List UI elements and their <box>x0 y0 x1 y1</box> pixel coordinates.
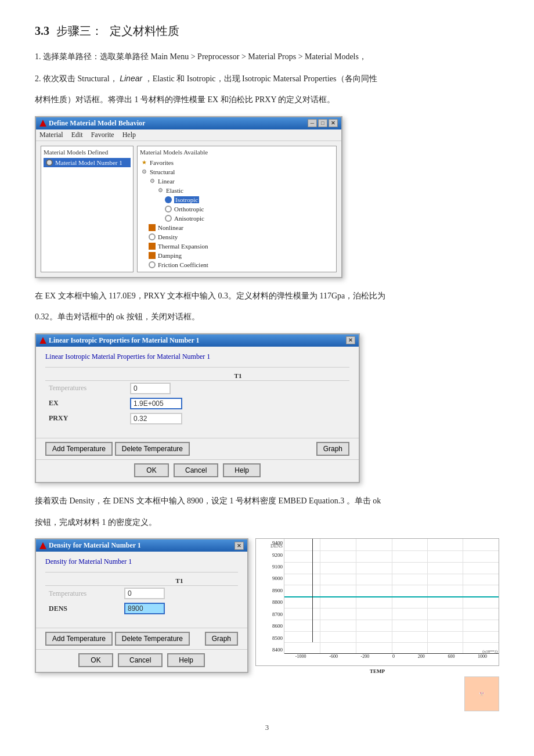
linear-icon: ⚙ <box>148 177 156 185</box>
menu-edit[interactable]: Edit <box>71 131 83 139</box>
graph-y-labels: 9400 9200 9100 9000 8900 8800 8700 8600 … <box>256 539 284 654</box>
page-number: 3 <box>35 723 499 732</box>
lip-temp-row: Temperatures <box>45 380 349 396</box>
lip-close-button[interactable]: ✕ <box>346 336 355 344</box>
graph-y-axis-label: DENS <box>256 543 284 549</box>
lip-add-temp-button[interactable]: Add Temperature <box>45 442 113 456</box>
lip-subtitle: Linear Isotropic Material Properties for… <box>45 352 349 361</box>
damping-icon <box>148 251 156 260</box>
graph-data-line <box>284 596 499 597</box>
density-sep <box>45 572 238 573</box>
density-temp-label: Temperatures <box>45 586 121 602</box>
density-ok-button[interactable]: OK <box>78 653 113 667</box>
tree-item-thermal[interactable]: Thermal Expansion <box>140 242 334 251</box>
density-help-button[interactable]: Help <box>167 653 205 667</box>
graph-scale-note: (x10**1) <box>482 649 497 654</box>
tree-item-favorites[interactable]: ★ Favorites <box>140 158 334 167</box>
lip-ex-input[interactable] <box>130 398 182 409</box>
ansys-icon-lip <box>39 337 46 344</box>
tree-label-thermal: Thermal Expansion <box>158 243 208 250</box>
minimize-button[interactable]: ─ <box>308 119 317 127</box>
x-label-2: -200 <box>361 654 370 659</box>
lip-help-button[interactable]: Help <box>223 463 261 477</box>
dmm-left-item[interactable]: Material Model Number 1 <box>44 158 131 167</box>
tree-item-structural[interactable]: ⚙ Structural <box>140 167 334 177</box>
tree-item-elastic[interactable]: ⚙ Elastic <box>140 186 334 195</box>
dmm-dialog-wrapper: Define Material Model Behavior ─ □ ✕ Mat… <box>35 116 499 278</box>
tree-label-damping: Damping <box>158 252 182 259</box>
lip-cancel-button[interactable]: Cancel <box>174 463 218 477</box>
density-title-label: Density for Material Number 1 <box>49 541 141 550</box>
graph-area: 9400 9200 9100 9000 8900 8800 8700 8600 … <box>255 538 499 666</box>
thermal-icon <box>148 242 156 250</box>
tree-label-elastic: Elastic <box>166 187 183 194</box>
para2-text1: 2. 依次双击 Structural， <box>35 74 118 83</box>
density-temp-btn-row: Add Temperature Delete Temperature Graph <box>36 628 247 649</box>
density-title-text: Density for Material Number 1 <box>39 541 141 550</box>
tree-item-linear[interactable]: ⚙ Linear <box>140 177 334 186</box>
menu-material[interactable]: Material <box>39 131 63 139</box>
tree-item-damping[interactable]: Damping <box>140 251 334 260</box>
density-temp-input[interactable] <box>124 588 165 599</box>
lip-temperatures-input[interactable] <box>130 383 171 394</box>
dmm-win-controls[interactable]: ─ □ ✕ <box>308 119 338 127</box>
elastic-icon: ⚙ <box>156 186 164 195</box>
close-button[interactable]: ✕ <box>329 119 338 127</box>
density-close-button[interactable]: ✕ <box>234 542 244 550</box>
graph-y-axis <box>312 539 313 642</box>
density-dens-row: DENS <box>45 601 238 616</box>
tree-item-isotropic[interactable]: Isotropic <box>140 195 334 204</box>
density-icon <box>148 233 156 241</box>
graph-x-labels: -1000 -600 -200 0 200 600 1000 <box>284 654 499 665</box>
lip-delete-temp-button[interactable]: Delete Temperature <box>115 442 190 456</box>
x-label-0: -1000 <box>295 654 306 659</box>
tree-item-nonlinear[interactable]: Nonlinear <box>140 223 334 232</box>
density-win-controls[interactable]: ✕ <box>234 542 244 550</box>
y-label-3: 9000 <box>272 575 283 581</box>
maximize-button[interactable]: □ <box>318 119 327 127</box>
x-label-1: -600 <box>329 654 338 659</box>
x-label-5: 600 <box>448 654 454 659</box>
y-label-2: 9100 <box>272 564 283 570</box>
dmm-dialog: Define Material Model Behavior ─ □ ✕ Mat… <box>35 116 342 278</box>
isotropic-icon <box>164 196 172 204</box>
density-dialog: Density for Material Number 1 ✕ Density … <box>35 538 248 673</box>
lip-col-header: T1 <box>127 371 349 381</box>
density-add-temp-button[interactable]: Add Temperature <box>45 632 113 646</box>
y-label-1: 9200 <box>272 552 283 558</box>
density-dens-input[interactable] <box>124 603 165 614</box>
density-graph-button[interactable]: Graph <box>205 632 238 646</box>
lip-ok-button[interactable]: OK <box>134 463 169 477</box>
friction-icon <box>148 261 156 269</box>
lip-prxy-input[interactable] <box>130 413 182 424</box>
tree-item-orthotropic[interactable]: Orthotropic <box>140 204 334 214</box>
density-delete-temp-button[interactable]: Delete Temperature <box>115 632 190 646</box>
tree-label-friction: Friction Coefficient <box>158 261 208 268</box>
lip-graph-button[interactable]: Graph <box>316 442 349 456</box>
tree-label-orthotropic: Orthotropic <box>174 206 204 213</box>
paragraph-4b: 按钮，完成对材料 1 的密度定义。 <box>35 515 499 531</box>
menu-favorite[interactable]: Favorite <box>91 131 114 139</box>
x-label-4: 200 <box>418 654 425 659</box>
paragraph-4: 接着双击 Density，在 DENS 文本框中输入 8900，设定 1 号材料… <box>35 494 499 509</box>
tree-item-anisotropic[interactable]: Anisotropic <box>140 214 334 223</box>
lip-temp-btn-row: Add Temperature Delete Temperature Graph <box>36 438 359 459</box>
lip-temperatures-label: Temperatures <box>45 380 127 396</box>
density-body: Density for Material Number 1 T1 Tempera… <box>36 552 247 628</box>
tree-label-structural: Structural <box>150 168 175 175</box>
menu-help[interactable]: Help <box>122 131 136 139</box>
tree-item-density[interactable]: Density <box>140 232 334 242</box>
lip-dialog: Linear Isotropic Properties for Material… <box>35 333 360 483</box>
x-label-3: 0 <box>392 654 395 659</box>
density-col-header: T1 <box>121 576 238 586</box>
dmm-title-text: Define Material Model Behavior <box>39 119 145 128</box>
lip-win-controls[interactable]: ✕ <box>346 336 355 344</box>
tree-item-friction[interactable]: Friction Coefficient <box>140 260 334 269</box>
density-cancel-button[interactable]: Cancel <box>118 653 163 667</box>
density-dens-label: DENS <box>45 601 121 616</box>
density-row: Density for Material Number 1 ✕ Density … <box>35 538 499 711</box>
paragraph-1: 1. 选择菜单路径：选取菜单路径 Main Menu > Preprocesso… <box>35 49 499 65</box>
dmm-right-title: Material Models Available <box>140 149 334 156</box>
tree-label-density: Density <box>158 233 178 240</box>
density-dialog-buttons: OK Cancel Help <box>36 649 247 672</box>
